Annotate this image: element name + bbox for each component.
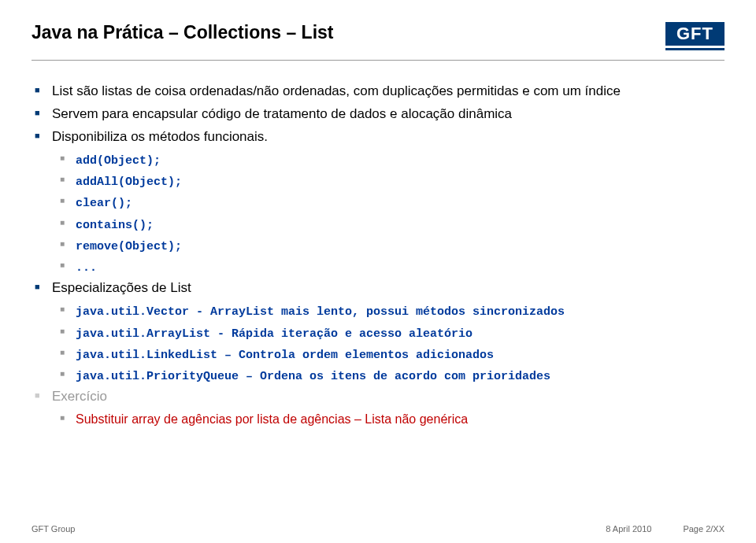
bullet-sub-item: contains(); (32, 216, 724, 234)
bullet-item: Especializações de List (32, 279, 724, 297)
code-text: java.util.LinkedList – Controla ordem el… (76, 349, 494, 362)
code-text: java.util.ArrayList - Rápida iteração e … (76, 327, 472, 341)
page-title: Java na Prática – Collections – List (32, 22, 334, 43)
bullet-sub-item: clear(); (32, 194, 724, 212)
bullet-sub-item: java.util.ArrayList - Rápida iteração e … (32, 324, 724, 342)
footer-page: Page 2/XX (683, 524, 724, 534)
code-text: add(Object); (76, 154, 161, 168)
slide-content: List são listas de coisa ordenadas/não o… (32, 83, 724, 428)
code-text: ... (76, 261, 97, 275)
code-text: addAll(Object); (76, 175, 182, 189)
bullet-item: Disponibiliza os métodos funcionais. (32, 128, 724, 146)
bullet-sub-item: addAll(Object); (32, 172, 724, 190)
code-text: contains(); (76, 219, 154, 232)
bullet-sub-item: java.util.Vector - ArrayList mais lento,… (32, 302, 724, 320)
code-text: clear(); (76, 197, 132, 210)
code-text: java.util.PriorityQueue – Ordena os iten… (76, 370, 550, 383)
logo-wrap: GFT (665, 22, 724, 50)
footer-date: 8 April 2010 (606, 524, 651, 534)
slide-footer: GFT Group 8 April 2010 Page 2/XX (0, 524, 756, 534)
bullet-sub-item: ... (32, 258, 724, 276)
footer-right: 8 April 2010 Page 2/XX (606, 524, 724, 534)
gft-logo: GFT (665, 22, 724, 46)
bullet-sub-item: add(Object); (32, 151, 724, 169)
bullet-item: Servem para encapsular código de tratame… (32, 105, 724, 124)
bullet-sub-item: java.util.PriorityQueue – Ordena os iten… (32, 367, 724, 385)
code-text: remove(Object); (76, 240, 182, 253)
bullet-item: Exercício (32, 388, 724, 406)
bullet-sub-item: Substituir array de agências por lista d… (32, 411, 724, 428)
bullet-sub-item: java.util.LinkedList – Controla ordem el… (32, 345, 724, 364)
footer-left: GFT Group (32, 524, 75, 534)
code-text: java.util.Vector - ArrayList mais lento,… (76, 305, 565, 319)
bullet-item: List são listas de coisa ordenadas/não o… (32, 83, 724, 101)
exercise-text: Substituir array de agências por lista d… (76, 412, 468, 426)
slide-header: Java na Prática – Collections – List GFT (32, 22, 724, 61)
bullet-sub-item: remove(Object); (32, 237, 724, 255)
bullet-text: Exercício (52, 389, 107, 404)
